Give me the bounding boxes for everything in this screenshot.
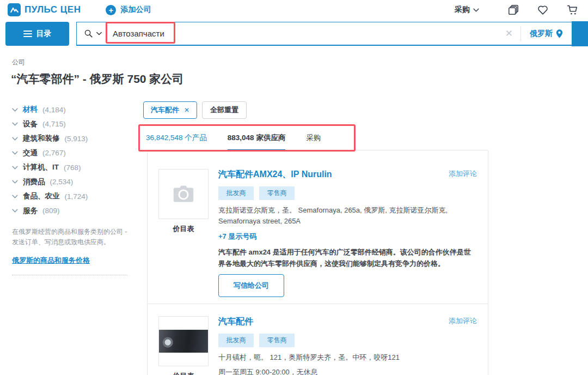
category-sidebar: 材料 (4,184) 设备 (4,715) 建筑和装修 (5,913) 交通 (… [12,102,136,275]
add-review-link[interactable]: 添加评论 [449,316,477,326]
sidebar-item-equipment[interactable]: 设备 (4,715) [12,117,136,132]
tab-procurement[interactable]: 采购 [306,133,321,150]
catalog-button[interactable]: 目录 [5,22,69,46]
category-label: 建筑和装修 [23,134,60,143]
sidebar-item-materials[interactable]: 材料 (4,184) [12,102,136,117]
company-address: 十月镇村，呃。 121，奥斯特罗夫齐，圣。中环，咬呀121 [218,352,449,363]
main-content: 汽车配件 ✕ 全部重置 36,842,548 个产品 883,048 家供应商 … [140,101,489,375]
show-phone-link[interactable]: +7 显示号码 [218,232,256,241]
plus-icon: + [106,5,116,15]
chevron-down-icon [12,108,18,112]
chevron-down-icon [473,8,479,12]
tab-products[interactable]: 36,842,548 个产品 [146,133,207,150]
remove-filter-icon[interactable]: ✕ [184,106,189,114]
chevron-down-icon [12,209,18,213]
card-media: 价目表 [158,316,209,375]
catalog-label: 目录 [36,29,52,39]
sidebar-item-services[interactable]: 服务 (809) [12,204,136,219]
search-submit-button[interactable] [572,21,588,46]
clear-search-icon[interactable]: ✕ [498,28,520,39]
divider [12,275,127,275]
chevron-down-icon [12,195,18,198]
tab-suppliers[interactable]: 883,048 家供应商 [228,133,286,151]
price-list-link[interactable]: 价目表 [158,371,209,375]
search-bar: ✕ 俄罗斯 [76,22,588,46]
region-selector[interactable]: 俄罗斯 [521,29,572,39]
company-photo[interactable] [158,316,209,366]
favorites-heart-icon[interactable] [537,4,549,16]
page: ПУЛЬС ЦЕН + 添加公司 采购 目录 ✕ [0,0,588,375]
working-hours-weekdays: 周一至周五 9:00-20:00，无休息 [218,366,477,375]
company-title-link[interactable]: 汽车配件AMX24、IP Nurulin [218,169,332,180]
results-list: 价目表 汽车配件AMX24、IP Nurulin 添加评论 批发商 零售商 克拉… [147,150,488,375]
procurement-menu[interactable]: 采购 [455,5,479,15]
retailer-badge: 零售商 [259,186,295,200]
category-count: (809) [42,207,60,215]
menu-icon [23,29,32,39]
filter-chip-label: 汽车配件 [151,105,179,115]
category-count: (2,534) [50,178,74,186]
pulse-logo-icon [8,3,21,16]
company-card: 价目表 汽车配件 添加评论 批发商 零售商 十月镇村，呃。 121，奥斯特罗夫齐… [148,304,488,375]
chevron-down-icon [12,122,18,126]
retailer-badge: 零售商 [259,334,295,347]
sidebar-note: 在俄罗斯经营的商品和服务类别的公司 - 发送订单、写消息或致电供应商。 [12,227,127,247]
sidebar-prices-link[interactable]: 俄罗斯的商品和服务价格 [12,256,90,265]
tab-bar: 36,842,548 个产品 883,048 家供应商 采购 [146,133,488,150]
region-label: 俄罗斯 [530,29,553,39]
category-label: 交通 [23,148,38,158]
category-count: (2,767) [42,149,66,157]
badges: 批发商 零售商 [218,334,477,347]
company-address: 克拉斯诺亚尔斯克，圣。 Semafornaya, 265a, 俄罗斯, 克拉斯诺… [218,205,449,227]
filter-row: 汽车配件 ✕ 全部重置 [143,101,489,119]
category-label: 材料 [23,105,38,114]
add-review-link[interactable]: 添加评论 [449,169,477,179]
company-photo-placeholder[interactable] [158,169,209,219]
sidebar-item-computers-it[interactable]: 计算机、IT (768) [12,160,136,175]
category-count: (1,724) [65,192,88,201]
chevron-down-icon [12,137,18,141]
logo-text: ПУЛЬС ЦЕН [24,4,81,15]
category-label: 服务 [23,206,38,216]
chevron-down-icon [12,151,18,155]
top-icons [507,4,578,16]
company-card: 价目表 汽车配件AMX24、IP Nurulin 添加评论 批发商 零售商 克拉… [148,150,488,304]
sidebar-item-consumer-goods[interactable]: 消费品 (2,534) [12,175,136,190]
card-body: 汽车配件 添加评论 批发商 零售商 十月镇村，呃。 121，奥斯特罗夫齐，圣。中… [218,316,477,375]
search-type-dropdown[interactable] [77,29,109,38]
logo[interactable]: ПУЛЬС ЦЕН [8,3,81,16]
chevron-down-icon [12,166,18,170]
filter-chip-auto-parts[interactable]: 汽车配件 ✕ [143,101,197,119]
category-label: 计算机、IT [23,162,59,172]
search-row: 目录 ✕ 俄罗斯 [5,22,588,46]
category-count: (5,913) [65,135,88,143]
sidebar-item-construction[interactable]: 建筑和装修 (5,913) [12,131,136,146]
camera-icon [171,182,196,207]
search-input[interactable] [109,29,498,38]
compare-icon[interactable] [507,4,519,16]
chevron-down-icon [12,180,18,184]
price-list-link[interactable]: 价目表 [158,224,209,234]
category-count: (768) [64,164,81,172]
card-body: 汽车配件AMX24、IP Nurulin 添加评论 批发商 零售商 克拉斯诺亚尔… [218,169,477,297]
sidebar-item-transport[interactable]: 交通 (2,767) [12,146,136,161]
company-title-link[interactable]: 汽车配件 [218,316,253,328]
wholesaler-badge: 批发商 [218,186,254,200]
wholesaler-badge: 批发商 [218,334,254,347]
breadcrumb[interactable]: 公司 [12,58,25,67]
reset-all-button[interactable]: 全部重置 [202,101,247,119]
add-company-button[interactable]: + 添加公司 [106,5,151,15]
sidebar-item-food-agriculture[interactable]: 食品、农业 (1,724) [12,189,136,204]
procurement-label: 采购 [455,5,470,15]
chevron-down-icon [96,32,102,35]
location-pin-icon [556,29,563,38]
write-to-company-button[interactable]: 写信给公司 [218,274,284,297]
category-label: 设备 [23,119,38,129]
top-bar: ПУЛЬС ЦЕН + 添加公司 采购 [0,0,588,20]
page-title: “汽车零部件” - 俄罗斯 750 家公司 [11,71,183,87]
badges: 批发商 零售商 [218,186,477,200]
category-count: (4,184) [42,106,66,114]
company-description: 汽车配件 amx24 是适用于任何汽车的广泛零部件经销商。该公司的合作伙伴是世界… [218,246,477,269]
cart-icon[interactable] [566,4,578,16]
category-count: (4,715) [42,120,66,128]
